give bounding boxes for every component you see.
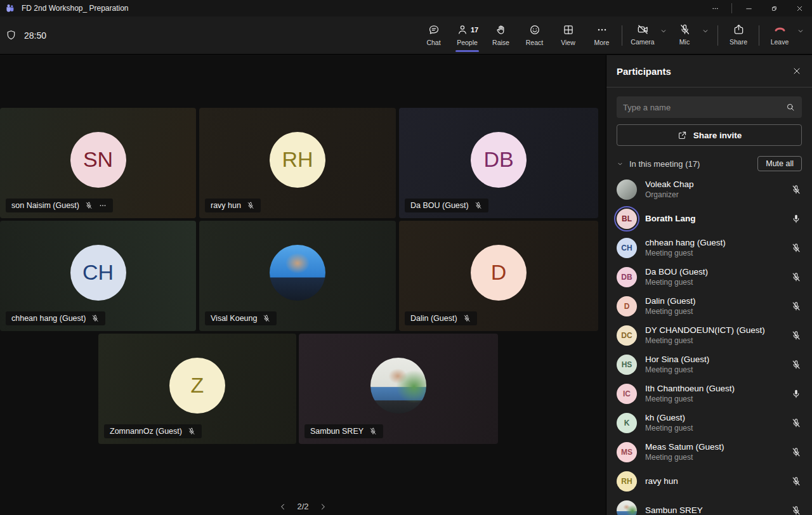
participant-name: Visal Koeung — [211, 314, 257, 323]
participant-avatar: HS — [617, 355, 637, 375]
video-tile[interactable]: SN son Naisim (Guest) — [0, 108, 196, 218]
video-tile[interactable]: CH chhean hang (Guest) — [0, 221, 196, 331]
camera-options-button[interactable] — [657, 27, 670, 35]
toolbar-button-label: More — [594, 39, 610, 46]
video-tile[interactable]: RH ravy hun — [199, 108, 396, 218]
mic-muted-icon — [369, 427, 377, 436]
chevron-down-icon — [617, 160, 624, 167]
participant-avatar — [370, 358, 426, 414]
mic-button[interactable]: Mic — [670, 16, 699, 46]
participant-name: ZomnannOz (Guest) — [110, 427, 182, 436]
participant-name: Sambun SREY — [310, 427, 363, 436]
video-tile[interactable]: Z ZomnannOz (Guest) — [98, 334, 296, 444]
restore-button[interactable] — [761, 0, 787, 16]
toolbar-button-react[interactable]: React — [518, 16, 551, 54]
video-tile[interactable]: DB Da BOU (Guest) — [399, 108, 598, 218]
tile-name-label: Dalin (Guest) — [405, 311, 477, 325]
participant-avatar: CH — [617, 238, 637, 258]
mic-muted-icon — [790, 271, 802, 283]
participant-role: Meeting guest — [645, 249, 726, 258]
leave-options-button[interactable] — [794, 27, 807, 35]
participant-avatar: BL — [617, 209, 637, 229]
participant-avatar — [617, 500, 637, 515]
toolbar-button-icon — [562, 23, 575, 36]
video-tile[interactable]: Visal Koeung — [199, 221, 396, 331]
search-input[interactable] — [623, 103, 785, 112]
participant-row[interactable]: HS Hor Sina (Guest) Meeting guest — [606, 350, 812, 379]
participant-avatar: SN — [70, 132, 126, 188]
participant-row[interactable]: MS Meas Satum (Guest) Meeting guest — [606, 438, 812, 467]
participant-name: Ith Chanthoeun (Guest) — [645, 384, 735, 394]
toolbar-button-raise[interactable]: Raise — [484, 16, 518, 54]
page-indicator: 2/2 — [297, 502, 308, 511]
participant-avatar — [617, 179, 637, 200]
toolbar-center-buttons: Chat 17 People Raise React View — [417, 16, 619, 54]
meeting-section-row: In this meeting (17) Mute all — [617, 156, 802, 171]
tile-more-icon[interactable] — [98, 201, 107, 210]
tile-name-label: Visal Koeung — [205, 311, 277, 325]
previous-page-button[interactable] — [278, 502, 287, 511]
video-tile[interactable]: Sambun SREY — [299, 334, 498, 444]
participant-role: Meeting guest — [645, 365, 709, 375]
mic-muted-icon — [790, 476, 802, 487]
participant-name: chhean hang (Guest) — [11, 314, 86, 323]
share-invite-button[interactable]: Share invite — [617, 124, 802, 146]
participant-row[interactable]: CH chhean hang (Guest) Meeting guest — [606, 233, 812, 263]
titlebar-more-button[interactable] — [702, 0, 728, 16]
leave-button[interactable]: Leave — [765, 16, 794, 46]
participant-avatar: RH — [270, 132, 325, 188]
section-collapse-toggle[interactable]: In this meeting (17) — [617, 159, 700, 169]
participant-row[interactable]: BL Borath Lang — [606, 204, 812, 233]
participant-name: Meas Satum (Guest) — [645, 442, 724, 453]
mic-muted-icon — [790, 417, 802, 429]
close-panel-button[interactable] — [792, 66, 802, 76]
dots-icon — [711, 4, 719, 13]
participant-row[interactable]: IC Ith Chanthoeun (Guest) Meeting guest — [606, 379, 812, 408]
close-window-button[interactable] — [787, 0, 812, 16]
mic-on-icon — [790, 388, 802, 400]
participant-row[interactable]: RH ravy hun — [606, 467, 812, 496]
participant-row[interactable]: K kh (Guest) Meeting guest — [606, 408, 812, 438]
participant-row[interactable]: Sambun SREY — [606, 496, 812, 515]
mic-muted-icon — [91, 314, 100, 323]
participant-row[interactable]: DC DY CHANDOEUN(ICT) (Guest) Meeting gue… — [606, 321, 812, 350]
mute-all-button[interactable]: Mute all — [757, 156, 802, 171]
chevron-down-icon — [702, 27, 709, 35]
mic-muted-icon — [790, 505, 802, 515]
participant-avatar: K — [617, 413, 637, 433]
toolbar-button-icon — [456, 23, 469, 36]
participant-row[interactable]: D Dalin (Guest) Meeting guest — [606, 292, 812, 321]
mic-options-button[interactable] — [699, 27, 712, 35]
mic-muted-icon — [187, 427, 196, 436]
tile-name-label: ZomnannOz (Guest) — [104, 424, 202, 438]
participant-row[interactable]: DB Da BOU (Guest) Meeting guest — [606, 263, 812, 292]
participant-avatar: D — [617, 296, 637, 316]
participant-row[interactable]: Voleak Chap Organizer — [606, 175, 812, 204]
toolbar-button-icon — [528, 23, 541, 36]
participant-avatar: DC — [617, 325, 637, 346]
share-button[interactable]: Share — [724, 16, 753, 54]
restore-icon — [770, 4, 778, 13]
participant-name: Voleak Chap — [645, 179, 694, 190]
meeting-timer: 28:50 — [24, 30, 46, 41]
next-page-button[interactable] — [318, 502, 327, 511]
toolbar-button-chat[interactable]: Chat — [417, 16, 450, 54]
participant-name: DY CHANDOEUN(ICT) (Guest) — [645, 325, 765, 336]
camera-button[interactable]: Camera — [628, 16, 657, 46]
participant-avatar: RH — [617, 471, 637, 492]
toolbar-button-label: Chat — [426, 39, 440, 46]
participant-name: ravy hun — [211, 201, 241, 210]
tile-name-label: Sambun SREY — [304, 424, 383, 438]
meeting-toolbar: 28:50 Chat 17 People Raise React — [0, 16, 812, 55]
toolbar-button-view[interactable]: View — [551, 16, 585, 54]
video-tile[interactable]: D Dalin (Guest) — [399, 221, 598, 331]
toolbar-button-more[interactable]: More — [585, 16, 619, 54]
mic-muted-icon — [790, 330, 802, 341]
toolbar-button-people[interactable]: 17 People — [450, 16, 484, 54]
participant-name: ravy hun — [645, 476, 678, 487]
participant-avatar — [270, 245, 325, 301]
share-invite-icon — [677, 130, 688, 141]
participant-role: Meeting guest — [645, 307, 696, 316]
toolbar-divider — [759, 25, 759, 46]
minimize-button[interactable] — [736, 0, 761, 16]
